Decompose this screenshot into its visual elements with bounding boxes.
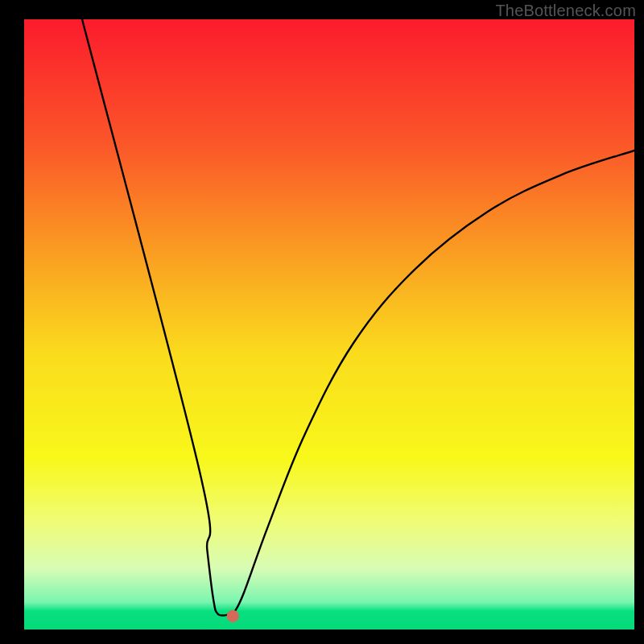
optimal-point-marker [227,610,239,622]
plot-gradient-background [24,19,634,630]
watermark-text: TheBottleneck.com [495,2,636,20]
bottleneck-chart [0,0,644,644]
